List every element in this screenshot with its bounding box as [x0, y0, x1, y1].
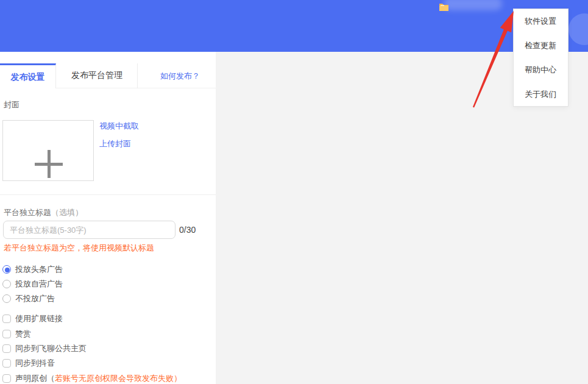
optional-hint: （选填）	[51, 208, 83, 217]
empty-title-warning: 若平台独立标题为空，将使用视频默认标题	[4, 243, 154, 254]
checkbox-label: 使用扩展链接	[15, 313, 63, 324]
checkbox-label: 赞赏	[15, 329, 31, 340]
char-counter: 0/30	[179, 225, 196, 235]
cover-section-label: 封面	[4, 99, 19, 110]
platform-title-input[interactable]	[3, 221, 175, 239]
radio-label: 投放头条广告	[15, 264, 63, 275]
plus-icon	[48, 150, 51, 178]
capture-from-video-link[interactable]: 视频中截取	[99, 121, 139, 132]
menu-item-help-center[interactable]: 帮助中心	[514, 58, 568, 82]
tab-bar: 发布设置 发布平台管理 如何发布？	[0, 63, 216, 88]
checkbox-icon[interactable]	[2, 374, 11, 383]
header-bar	[0, 0, 588, 52]
redacted-account-blur	[444, 0, 502, 10]
checkbox-icon[interactable]	[2, 344, 11, 353]
checkbox-icon[interactable]	[2, 315, 11, 323]
checkbox-icon[interactable]	[2, 359, 11, 368]
platform-title-label-text: 平台独立标题	[4, 208, 51, 217]
how-to-publish-link[interactable]: 如何发布？	[160, 63, 200, 88]
checkbox-label: 同步到抖音	[15, 358, 55, 369]
radio-toutiao-ads[interactable]: 投放头条广告	[2, 262, 63, 277]
menu-item-software-settings[interactable]: 软件设置	[514, 9, 568, 34]
checkbox-sync-douyin[interactable]: 同步到抖音	[2, 356, 55, 371]
radio-icon-selected[interactable]	[2, 265, 11, 274]
tab-publish-settings[interactable]: 发布设置	[0, 63, 56, 88]
checkbox-declare-original[interactable]: 声明原创（若账号无原创权限会导致发布失败）	[2, 371, 182, 384]
settings-dropdown-menu: 软件设置 检查更新 帮助中心 关于我们	[513, 9, 569, 107]
publish-settings-panel: 发布设置 发布平台管理 如何发布？ 封面 视频中截取 上传封面 平台独立标题（选…	[0, 52, 216, 384]
upload-cover-link[interactable]: 上传封面	[99, 138, 131, 149]
radio-label: 不投放广告	[15, 293, 55, 304]
checkbox-label-warning: 若账号无原创权限会导致发布失败）	[55, 374, 182, 383]
checkbox-appreciation[interactable]: 赞赏	[2, 327, 31, 341]
checkbox-label: 声明原创（若账号无原创权限会导致发布失败）	[15, 373, 182, 384]
cover-upload-box[interactable]	[2, 120, 94, 181]
checkbox-label: 同步到飞聊公共主页	[15, 343, 87, 354]
radio-label: 投放自营广告	[15, 279, 63, 290]
checkbox-extended-link[interactable]: 使用扩展链接	[2, 311, 63, 326]
menu-item-about-us[interactable]: 关于我们	[514, 82, 568, 107]
app-window: 发布设置 发布平台管理 如何发布？ 封面 视频中截取 上传封面 平台独立标题（选…	[0, 0, 588, 384]
platform-title-label: 平台独立标题（选填）	[4, 207, 83, 218]
checkbox-icon[interactable]	[2, 330, 11, 338]
radio-icon[interactable]	[2, 294, 11, 303]
radio-icon[interactable]	[2, 280, 11, 288]
checkbox-sync-feiliao[interactable]: 同步到飞聊公共主页	[2, 341, 87, 356]
tab-platform-management[interactable]: 发布平台管理	[57, 63, 138, 88]
folder-icon[interactable]	[439, 2, 450, 12]
menu-item-check-updates[interactable]: 检查更新	[514, 34, 568, 58]
section-divider	[0, 194, 216, 195]
radio-self-ads[interactable]: 投放自营广告	[2, 277, 63, 291]
radio-no-ads[interactable]: 不投放广告	[2, 291, 55, 306]
checkbox-label-text: 声明原创（	[15, 374, 55, 383]
decorative-circle	[569, 13, 588, 45]
